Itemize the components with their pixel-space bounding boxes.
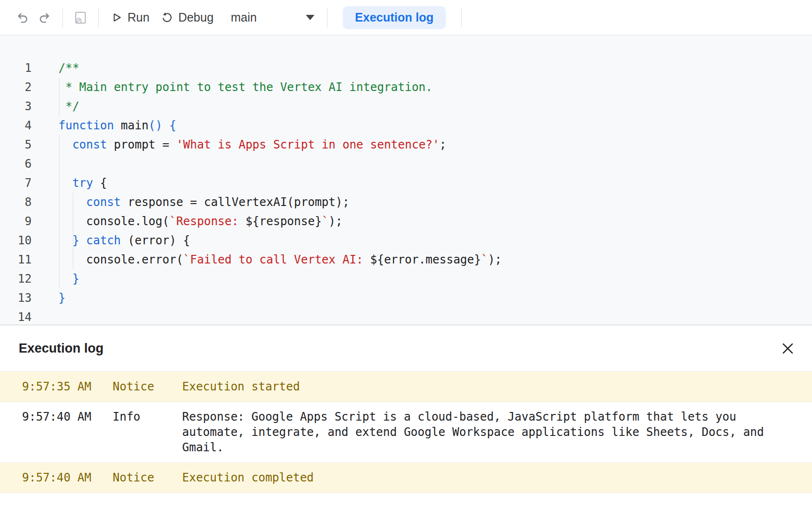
save-button[interactable]: [70, 7, 92, 29]
code-line[interactable]: 12 }: [0, 269, 812, 288]
line-number: 14: [0, 308, 32, 325]
code-line[interactable]: 4function main() {: [0, 116, 812, 135]
code-line[interactable]: 5 const prompt = 'What is Apps Script in…: [0, 135, 812, 154]
code-text: } catch (error) {: [32, 231, 190, 250]
log-timestamp: 9:57:40 AM: [22, 409, 113, 424]
run-button[interactable]: Run: [105, 6, 155, 29]
code-text: const response = callVertexAI(prompt);: [32, 193, 349, 212]
line-number: 4: [0, 116, 32, 135]
line-number: 5: [0, 135, 32, 154]
code-text: [32, 154, 58, 173]
execution-log-panel: Execution log 9:57:35 AMNoticeExecution …: [0, 325, 812, 493]
line-number: 1: [0, 58, 32, 78]
code-text: const prompt = 'What is Apps Script in o…: [32, 135, 446, 154]
debug-button[interactable]: Debug: [155, 6, 220, 29]
code-text: }: [32, 269, 79, 288]
log-message: Execution completed: [182, 470, 812, 485]
execution-log-button[interactable]: Execution log: [343, 6, 446, 29]
run-button-label: Run: [128, 11, 150, 24]
log-message: Response: Google Apps Script is a cloud-…: [182, 409, 812, 455]
log-message: Execution started: [182, 379, 812, 394]
code-line[interactable]: 3 */: [0, 97, 812, 116]
toolbar-divider: [98, 8, 99, 27]
code-text: console.log(`Response: ${response}`);: [32, 212, 342, 231]
log-entries: 9:57:35 AMNoticeExecution started9:57:40…: [0, 372, 812, 493]
toolbar-divider: [327, 8, 327, 27]
line-number: 3: [0, 97, 32, 116]
code-text: /**: [32, 58, 79, 78]
code-line[interactable]: 8 const response = callVertexAI(prompt);: [0, 193, 812, 212]
code-editor: 1/**2 * Main entry point to test the Ver…: [0, 35, 812, 325]
debug-button-label: Debug: [178, 11, 214, 24]
execution-log-header: Execution log: [0, 325, 812, 372]
log-entry: 9:57:35 AMNoticeExecution started: [0, 372, 812, 402]
save-icon: [73, 11, 88, 25]
undo-icon: [16, 11, 29, 24]
log-entry: 9:57:40 AMInfoResponse: Google Apps Scri…: [0, 402, 812, 463]
line-number: 11: [0, 250, 32, 269]
code-lines: 1/**2 * Main entry point to test the Ver…: [0, 35, 812, 325]
code-line[interactable]: 11 console.error(`Failed to call Vertex …: [0, 250, 812, 269]
line-number: 6: [0, 154, 32, 173]
toolbar-divider: [62, 8, 63, 27]
toolbar-divider: [461, 8, 462, 27]
code-line[interactable]: 1/**: [0, 58, 812, 78]
log-timestamp: 9:57:40 AM: [22, 470, 113, 485]
toolbar: Run Debug main Execution log: [0, 0, 812, 35]
line-number: 8: [0, 193, 32, 212]
line-number: 12: [0, 269, 32, 288]
close-button[interactable]: [777, 337, 799, 359]
chevron-down-icon: [306, 15, 314, 20]
log-entry: 9:57:40 AMNoticeExecution completed: [0, 463, 812, 493]
log-level: Notice: [113, 470, 182, 485]
debug-icon: [161, 11, 173, 23]
code-text: try {: [32, 173, 107, 193]
code-line[interactable]: 14: [0, 308, 812, 325]
code-text: function main() {: [32, 116, 176, 135]
code-text: */: [32, 97, 79, 116]
line-number: 7: [0, 173, 32, 193]
code-text: [32, 308, 58, 325]
redo-button[interactable]: [34, 7, 56, 29]
line-number: 2: [0, 78, 32, 97]
code-line[interactable]: 2 * Main entry point to test the Vertex …: [0, 78, 812, 97]
code-line[interactable]: 6: [0, 154, 812, 173]
log-level: Notice: [113, 379, 182, 394]
code-text: }: [32, 288, 65, 308]
redo-icon: [38, 11, 51, 24]
code-line[interactable]: 9 console.log(`Response: ${response}`);: [0, 212, 812, 231]
line-number: 13: [0, 288, 32, 308]
code-line[interactable]: 7 try {: [0, 173, 812, 193]
close-icon: [781, 342, 794, 355]
play-icon: [111, 12, 122, 23]
execution-log-title: Execution log: [19, 341, 104, 356]
line-number: 10: [0, 231, 32, 250]
log-level: Info: [113, 409, 182, 424]
function-selector[interactable]: main: [228, 6, 320, 29]
log-timestamp: 9:57:35 AM: [22, 379, 113, 394]
function-selector-value: main: [231, 11, 257, 24]
code-text: * Main entry point to test the Vertex AI…: [32, 78, 432, 97]
code-line[interactable]: 10 } catch (error) {: [0, 231, 812, 250]
line-number: 9: [0, 212, 32, 231]
code-line[interactable]: 13}: [0, 288, 812, 308]
code-text: console.error(`Failed to call Vertex AI:…: [32, 250, 502, 269]
undo-button[interactable]: [12, 7, 34, 29]
